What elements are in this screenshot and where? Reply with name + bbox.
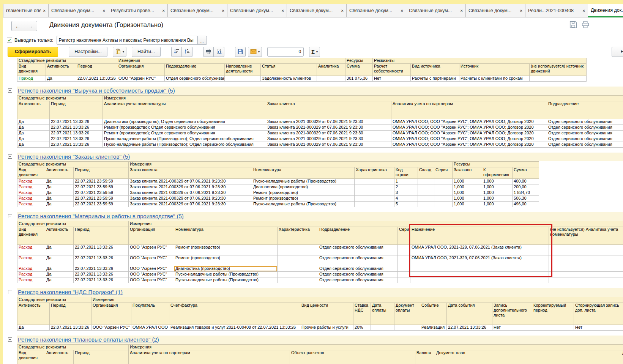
cell[interactable] [418, 196, 434, 202]
cell[interactable]: 22.07.2021 23:59:59 [74, 179, 129, 184]
cell[interactable]: Да [17, 125, 50, 131]
cell[interactable] [532, 325, 574, 331]
cell[interactable] [434, 184, 453, 190]
cell[interactable]: 3 [394, 190, 418, 196]
tab-close-icon[interactable]: × [583, 8, 585, 13]
cell[interactable]: Отдел сервисного обслуживания [547, 125, 623, 131]
cell[interactable] [355, 179, 394, 184]
cell[interactable]: 22.07.2021 13:33:26 [50, 131, 103, 136]
cell[interactable]: 22.07.2021 13:33:26 [50, 325, 91, 331]
tab-close-icon[interactable]: × [341, 8, 344, 13]
cell[interactable] [225, 76, 261, 82]
cell[interactable]: Да [45, 202, 74, 207]
cell[interactable] [278, 255, 318, 266]
cell[interactable]: Заказ клиента 2021-000329 от 07.06.2021 … [129, 196, 252, 202]
tab-close-icon[interactable]: × [43, 8, 46, 13]
cell[interactable] [355, 184, 394, 190]
cell[interactable] [549, 245, 623, 255]
cell[interactable]: 400,00 [513, 179, 539, 184]
cell[interactable]: Нет [574, 325, 623, 331]
cell[interactable]: Пуско-наладочные работы (Производство); … [103, 142, 266, 148]
cell[interactable]: 4 [394, 196, 418, 202]
cell[interactable] [418, 190, 434, 196]
cell[interactable]: 1,000 [482, 202, 513, 207]
cell[interactable] [549, 255, 623, 266]
cell[interactable]: Расход [17, 245, 45, 255]
cell[interactable]: 22.07.2021 13:33:26 [74, 272, 129, 277]
cell[interactable]: Приход [17, 76, 46, 82]
cell[interactable]: 22.07.2021 23:59:59 [74, 184, 129, 190]
cell[interactable]: Да [45, 190, 74, 196]
forward-button[interactable]: → [24, 21, 37, 31]
cell[interactable]: Расход [17, 202, 45, 207]
cell[interactable]: Заказ клиента 2021-000329 от 07.06.2021 … [266, 119, 391, 125]
cell[interactable] [355, 190, 394, 196]
cell[interactable]: ООО "Аэрзен РУС" [129, 245, 174, 255]
tab-1[interactable]: гламентные опе...× [3, 4, 49, 17]
cell[interactable] [398, 255, 410, 266]
cell[interactable]: ОМИА УРАЛ ООО, 2021-329, 07.06.2021 (Зак… [410, 255, 549, 266]
cell[interactable]: 22.07.2021 13:33:26 [50, 119, 103, 125]
cell[interactable]: Диагностика (производство) [174, 266, 278, 272]
cell[interactable]: Ремонт (производство) [252, 196, 355, 202]
cell[interactable]: Да [45, 179, 74, 184]
cell[interactable]: ОМИА УРАЛ ООО; ООО "Аэрзен РУС"; ОМИА УР… [391, 119, 547, 125]
cell[interactable]: Да [45, 255, 74, 266]
cell[interactable]: Пуско-наладочные работы (Производство) [252, 179, 355, 184]
cell[interactable]: Пуско-наладочные работы (Производство) [252, 202, 355, 207]
cell[interactable]: 506,30 [513, 196, 539, 202]
cell[interactable]: 22.07.2021 23:59:59 [74, 190, 129, 196]
register-title-link[interactable]: Регистр накопления "Материалы и работы в… [18, 213, 184, 219]
email-dropdown-button[interactable]: ▾ [248, 47, 262, 57]
cell[interactable]: ОМИА УРАЛ ООО [131, 325, 169, 331]
cell[interactable] [355, 196, 394, 202]
cell[interactable]: 20% [353, 325, 371, 331]
cell[interactable]: 22.07.2021 13:33:26 [50, 125, 103, 131]
cell[interactable]: 22.07.2021 23:59:59 [74, 202, 129, 207]
back-button[interactable]: ← [11, 21, 24, 31]
cell[interactable]: ОМИА УРАЛ ООО; ООО "Аэрзен РУС"; ОМИА УР… [391, 125, 547, 131]
cell[interactable]: ООО "Аэрзен РУС" [129, 272, 174, 277]
cell[interactable] [418, 179, 434, 184]
tab-close-icon[interactable]: × [461, 8, 463, 13]
filter-more-button[interactable]: ... [198, 36, 207, 45]
cell[interactable]: Прочие работы и услуги [300, 325, 353, 331]
cell[interactable]: 1,000 [482, 184, 513, 190]
cell[interactable]: 5 [394, 202, 418, 207]
cell[interactable]: Реализация [420, 325, 447, 331]
cell[interactable]: 22.07.2021 13:33:26 [74, 277, 129, 283]
cell[interactable]: ООО "Аэрзен РУС" [117, 76, 165, 82]
registers-filter-input[interactable]: Регистр накопления Активы и пассивы; Рег… [57, 36, 198, 45]
toolbar-print-button[interactable] [203, 47, 214, 57]
tab-8[interactable]: Связанные докум...× [406, 4, 466, 17]
cell[interactable]: 2 [394, 184, 418, 190]
cell[interactable]: Ремонт (производство) [252, 190, 355, 196]
cell[interactable] [371, 325, 394, 331]
cell[interactable]: Расход [17, 266, 45, 272]
find-button[interactable]: Найти... [132, 47, 161, 57]
save-icon[interactable] [569, 20, 577, 29]
cell[interactable]: Отдел сервисного обслуживания [165, 76, 225, 82]
cell[interactable]: Нет [492, 325, 532, 331]
cell[interactable]: ОМИА УРАЛ ООО; ООО "Аэрзен РУС"; ОМИА УР… [391, 142, 547, 148]
toolbar-save-button[interactable] [235, 47, 246, 57]
cell[interactable] [549, 266, 623, 272]
tab-close-icon[interactable]: × [401, 8, 403, 13]
tab-10[interactable]: Реали...2021-000408× [525, 4, 588, 17]
cell[interactable]: ОМИА УРАЛ ООО, 2021-329, 07.06.2021 (Зак… [410, 245, 549, 255]
register-title-link[interactable]: Регистр накопления "НДС Продажи" (1) [18, 289, 123, 295]
cell[interactable]: Реализация товаров и услуг 2021-000408 о… [169, 325, 300, 331]
cell[interactable] [434, 196, 453, 202]
cell[interactable]: ООО "Аэрзен РУС" [129, 266, 174, 272]
cell[interactable]: 1 [394, 179, 418, 184]
cell[interactable]: Заказ клиента 2021-000329 от 07.06.2021 … [266, 125, 391, 131]
cell[interactable]: 22.07.2021 13:33:26 [76, 76, 117, 82]
tab-close-icon[interactable]: × [520, 8, 522, 13]
collapse-toggle[interactable]: − [8, 88, 12, 93]
register-title-link[interactable]: Регистр накопления "Выручка и себестоимо… [18, 87, 175, 94]
collapse-toggle[interactable]: − [8, 337, 12, 342]
cell[interactable]: 22.07.2021 13:33:26 [447, 325, 492, 331]
cell[interactable]: Ремонт (производство); Отдел сервисного … [103, 131, 266, 136]
settings-button[interactable]: Настройки... [69, 47, 107, 57]
register-title-link[interactable]: Регистр накопления "Плановые оплаты клие… [18, 336, 159, 343]
